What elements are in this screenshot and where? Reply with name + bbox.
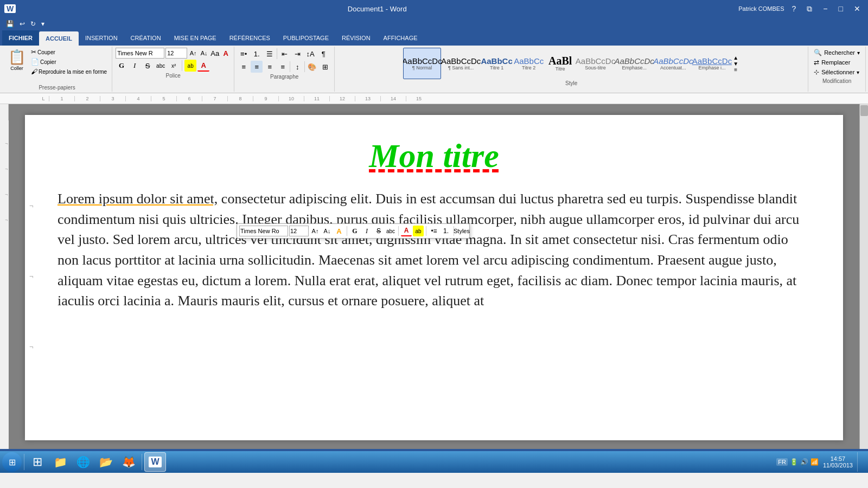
ft-bold[interactable]: G xyxy=(349,226,360,236)
clear-format-button[interactable]: Aa xyxy=(210,48,220,58)
reproduire-button[interactable]: 🖌 Reproduire la mise en forme xyxy=(29,67,108,76)
copier-button[interactable]: 📄 Copier xyxy=(29,57,108,66)
remplacer-button[interactable]: ⇄ Remplacer xyxy=(812,57,862,67)
redo-button[interactable]: ↻ xyxy=(29,20,37,28)
clock[interactable]: 14:57 11/03/2013 xyxy=(823,455,853,468)
text-effects-button[interactable]: A xyxy=(221,48,231,58)
page[interactable]: ¬ ¬ ¬ Mon titre A↑ A↓ A G I S abc A xyxy=(25,115,843,440)
tab-affichage[interactable]: AFFICHAGE xyxy=(377,30,424,46)
close-button[interactable]: ✕ xyxy=(851,4,864,13)
start-button[interactable]: ⊞ xyxy=(2,452,22,472)
tab-references[interactable]: RÉFÉRENCES xyxy=(223,30,277,46)
tab-mise-en-page[interactable]: MISE EN PAGE xyxy=(168,30,223,46)
styles-scroll-down[interactable]: ▼ xyxy=(733,61,738,67)
font-size-decrease-button[interactable]: A↓ xyxy=(199,48,209,58)
show-marks-button[interactable]: ¶ xyxy=(317,48,329,60)
decrease-indent-button[interactable]: ⇤ xyxy=(278,48,290,60)
tab-insertion[interactable]: INSERTION xyxy=(79,30,124,46)
font-size-increase-button[interactable]: A↑ xyxy=(188,48,198,58)
sort-button[interactable]: ↕A xyxy=(304,48,316,60)
more-quick-access-button[interactable]: ▾ xyxy=(40,20,46,28)
document-title[interactable]: Mon titre xyxy=(58,137,810,178)
vertical-scrollbar[interactable] xyxy=(859,104,868,449)
undo-button[interactable]: ↩ xyxy=(18,20,27,28)
scrollbar-thumb[interactable] xyxy=(860,105,868,116)
ft-numbered[interactable]: 1. xyxy=(441,226,451,236)
font-size-input[interactable] xyxy=(165,48,187,59)
ft-highlight[interactable]: ab xyxy=(413,226,424,236)
bullets-button[interactable]: ≡• xyxy=(238,48,250,60)
tab-accueil[interactable]: ACCUEIL xyxy=(39,31,79,46)
strikethrough-button[interactable]: S xyxy=(142,60,154,72)
show-desktop-button[interactable] xyxy=(857,452,861,472)
numbered-list-button[interactable]: 1. xyxy=(251,48,263,60)
styles-more[interactable]: ≡ xyxy=(734,67,737,73)
font-name-input[interactable] xyxy=(116,48,164,59)
style-titre2[interactable]: AaBbCc Titre 2 xyxy=(514,48,544,79)
style-sans-interligne[interactable]: AaBbCcDc ¶ Sans int... xyxy=(442,48,480,79)
ft-strikethrough[interactable]: S xyxy=(373,226,384,236)
tab-fichier[interactable]: FICHIER xyxy=(2,30,39,46)
superscript-button[interactable]: x² xyxy=(168,60,180,72)
shading-button[interactable]: 🎨 xyxy=(306,61,318,73)
help-button[interactable]: ? xyxy=(789,4,800,13)
ft-font-decrease[interactable]: A↓ xyxy=(322,226,333,236)
ft-font-input[interactable] xyxy=(239,226,288,236)
borders-button[interactable]: ⊞ xyxy=(319,61,331,73)
taskbar-firefox-button[interactable]: 🦊 xyxy=(118,452,139,472)
text-highlight-button[interactable]: ab xyxy=(184,60,196,72)
justify-button[interactable]: ≡ xyxy=(277,61,289,73)
multilevel-list-button[interactable]: ☰ xyxy=(264,48,276,60)
taskbar-ie-button[interactable]: 🌐 xyxy=(72,452,94,472)
taskbar-windows-button[interactable]: ⊞ xyxy=(27,452,48,472)
group-presse-papiers: 📋 Coller ✂ Couper 📄 Copier 🖌 Reproduire … xyxy=(2,47,112,92)
align-center-button[interactable]: ≡ xyxy=(251,61,263,73)
align-right-button[interactable]: ≡ xyxy=(264,61,276,73)
bold-button[interactable]: G xyxy=(116,60,127,72)
taskbar-files-button[interactable]: 📂 xyxy=(95,452,117,472)
document-body[interactable]: Lorem ipsum dolor sit amet, consectetur … xyxy=(58,189,810,311)
quick-access-toolbar: 💾 ↩ ↻ ▾ xyxy=(0,17,868,30)
style-sous-titre[interactable]: AaBbCcDc Sous-titre xyxy=(577,48,615,79)
para-mark-1: ¬ xyxy=(29,202,34,210)
selectionner-button[interactable]: ⊹ Sélectionner ▾ xyxy=(812,67,862,77)
taskbar-word-button[interactable]: W xyxy=(144,452,166,472)
coller-button[interactable]: 📋 Coller xyxy=(5,48,28,76)
ft-size-input[interactable] xyxy=(289,226,309,236)
page-wrapper[interactable]: ¬ ¬ ¬ Mon titre A↑ A↓ A G I S abc A xyxy=(9,104,859,449)
para-mark-2: ¬ xyxy=(29,272,34,280)
tab-creation[interactable]: CRÉATION xyxy=(124,30,168,46)
couper-button[interactable]: ✂ Couper xyxy=(29,48,108,56)
line-spacing-button[interactable]: ↕ xyxy=(291,61,303,73)
restore-button[interactable]: ⧉ xyxy=(803,4,815,14)
ft-bullets[interactable]: •≡ xyxy=(429,226,439,236)
ruler-content: L 1 2 3 4 5 6 7 8 9 10 11 12 13 14 15 xyxy=(38,96,868,101)
subscript-button[interactable]: abc xyxy=(155,60,167,72)
style-normal[interactable]: AaBbCcDc ¶ Normal xyxy=(403,48,441,79)
font-color-button[interactable]: A xyxy=(197,60,209,72)
ft-font-increase[interactable]: A↑ xyxy=(310,226,321,236)
save-button[interactable]: 💾 xyxy=(4,20,16,28)
ft-styles[interactable]: Styles xyxy=(456,226,467,236)
increase-indent-button[interactable]: ⇥ xyxy=(291,48,303,60)
minimize-button[interactable]: − xyxy=(820,4,831,13)
ft-italic[interactable]: I xyxy=(361,226,372,236)
rechercher-button[interactable]: 🔍 Rechercher ▾ xyxy=(812,48,862,57)
styles-scroll-up[interactable]: ▲ xyxy=(733,55,738,61)
italic-button[interactable]: I xyxy=(129,60,141,72)
tab-revision[interactable]: RÉVISION xyxy=(335,30,377,46)
align-left-button[interactable]: ≡ xyxy=(238,61,250,73)
style-titre1[interactable]: AaBbCc Titre 1 xyxy=(481,48,512,79)
maximize-button[interactable]: □ xyxy=(835,4,846,13)
ft-text-effects[interactable]: A xyxy=(334,226,344,236)
style-titre[interactable]: AaBl Titre xyxy=(545,48,576,79)
ft-font-color[interactable]: A xyxy=(401,226,412,236)
selected-text[interactable]: Lorem ipsum dolor sit amet, xyxy=(58,191,218,207)
styles-scroll[interactable]: ▲ ▼ ≡ xyxy=(732,54,739,74)
style-emphase2[interactable]: AaBbCcDc Emphase i... xyxy=(693,48,731,79)
style-accentuation[interactable]: AaBbCcDc Accentuat... xyxy=(654,48,692,79)
ft-strikethrough2[interactable]: abc xyxy=(385,226,396,236)
tab-publipostage[interactable]: PUBLIPOSTAGE xyxy=(277,30,335,46)
taskbar-explorer-button[interactable]: 📁 xyxy=(49,452,71,472)
style-emphase1[interactable]: AaBbCcDc Emphase... xyxy=(615,48,653,79)
